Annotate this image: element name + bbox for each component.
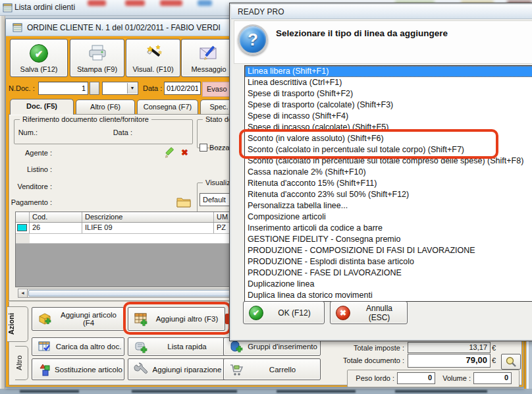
background-bottom-strip bbox=[0, 389, 532, 394]
list-item[interactable]: Cassa nazionale 2% (Shift+F10) bbox=[245, 167, 532, 178]
grid-check-icon bbox=[38, 339, 52, 354]
ndoc-input[interactable] bbox=[38, 82, 88, 95]
peso-label: Peso lordo : bbox=[351, 374, 394, 382]
outer-window-left-border bbox=[0, 16, 5, 394]
agente-label: Agente : bbox=[6, 149, 52, 157]
vtab-azioni[interactable]: Azioni bbox=[7, 306, 28, 342]
folder-icon[interactable] bbox=[176, 194, 192, 210]
list-item[interactable]: Spese di incasso (Shift+F4) bbox=[245, 111, 532, 122]
replace-article-button[interactable]: Sostituzione articolo bbox=[32, 358, 124, 380]
date-input[interactable] bbox=[164, 82, 201, 95]
magnifier-icon bbox=[505, 356, 517, 368]
venditore-label: Venditore : bbox=[6, 183, 52, 190]
dialog-title: READY PRO bbox=[238, 7, 284, 16]
background-blur-icon bbox=[88, 0, 106, 6]
imposte-field: 13,17 bbox=[408, 342, 491, 353]
list-item[interactable]: GESTIONE FIDELITY - Consegna premio bbox=[245, 234, 532, 245]
printer-icon bbox=[70, 43, 124, 63]
highlight-add-other bbox=[123, 302, 231, 335]
cube-plus-icon bbox=[38, 312, 52, 326]
list-item[interactable]: Spese di trasporto (calcolate) (Shift+F3… bbox=[245, 99, 532, 111]
bozza-label: Bozza bbox=[209, 144, 230, 152]
add-article-button[interactable]: Aggiungi articolo (F4 bbox=[32, 307, 124, 331]
list-item[interactable]: Composizione articoli bbox=[245, 211, 532, 223]
groups-plus-icon bbox=[229, 339, 244, 354]
line-type-listbox[interactable]: Linea libera (Shift+F1) Linea descrittiv… bbox=[244, 65, 532, 302]
highlight-sconto-items bbox=[239, 129, 498, 159]
ok-button[interactable]: ✔ OK (F12) bbox=[243, 301, 325, 324]
ready-pro-dialog: READY PRO ? Selezionare il tipo di linea… bbox=[229, 3, 532, 341]
volume-label: Volume : bbox=[439, 374, 471, 382]
envelope-pen-icon bbox=[182, 43, 236, 63]
dialog-titlebar: READY PRO bbox=[231, 5, 532, 19]
list-item[interactable]: PRODUZIONE - Esplodi distinta base artic… bbox=[245, 256, 532, 267]
scroll-plus-icon bbox=[134, 339, 148, 354]
scrollbar-thumb[interactable] bbox=[28, 290, 233, 296]
background-blur-icon bbox=[160, 0, 182, 6]
cancel-button[interactable]: ✖ Annulla (ESC) bbox=[330, 301, 408, 324]
question-icon: ? bbox=[238, 24, 268, 55]
listino-label: Listino : bbox=[6, 165, 52, 173]
line-color-swatch bbox=[17, 224, 27, 231]
col-descrizione[interactable]: Descrizione bbox=[82, 212, 214, 222]
order-window-icon bbox=[13, 22, 23, 33]
table-hscrollbar[interactable]: ◄ bbox=[18, 289, 235, 298]
list-item[interactable]: Personalizza tabella linee... bbox=[245, 200, 532, 211]
documento-currency: € bbox=[492, 356, 496, 364]
add-repair-button[interactable]: Aggiungi riparazione bbox=[128, 358, 225, 380]
bozza-checkbox[interactable] bbox=[200, 144, 207, 152]
background-blur-icon bbox=[198, 0, 212, 6]
visual-button[interactable]: Visual. (F10) bbox=[126, 39, 180, 77]
order-window-title: ORDINE CLIENTE N. 1 del 01/02/2011 - FAB… bbox=[27, 23, 221, 32]
volume-field[interactable]: 0 bbox=[473, 372, 512, 384]
documento-label: Totale documento : bbox=[302, 356, 404, 364]
list-item[interactable]: Ritenuta d'acconto 23% sul 50% (Shift+F1… bbox=[245, 189, 532, 200]
print-button[interactable]: Stampa (F9) bbox=[70, 39, 124, 77]
tab-doc[interactable]: Doc. (F5) bbox=[10, 99, 74, 115]
ok-check-icon: ✔ bbox=[249, 306, 263, 320]
pagamento-label: Pagamento : bbox=[6, 198, 52, 206]
load-other-doc-button[interactable]: Carica da altro doc. bbox=[32, 337, 124, 356]
list-item[interactable]: Ritenuta d'acconto 15% (Shift+F11) bbox=[245, 178, 532, 189]
riferimento-legend: Riferimento documento cliente/fornitore bbox=[20, 115, 151, 123]
clear-agente-icon[interactable]: ✖ bbox=[181, 148, 188, 157]
save-button[interactable]: ✔ Salva (F12) bbox=[10, 39, 68, 77]
ndoc-label: N.Doc. : bbox=[9, 84, 35, 92]
list-item[interactable]: Linea libera (Shift+F1) bbox=[245, 66, 532, 77]
cart-icon bbox=[229, 362, 244, 377]
tab-altro[interactable]: Altro (F6) bbox=[76, 99, 135, 114]
quick-list-button[interactable]: Lista rapida bbox=[128, 337, 225, 356]
list-item[interactable]: Inserimento articoli da codice a barre bbox=[245, 223, 532, 234]
wrench-icon bbox=[134, 362, 148, 377]
bozza-checkbox-row[interactable]: Bozza bbox=[200, 144, 230, 152]
magic-wand-icon bbox=[126, 43, 180, 63]
list-item[interactable]: Linea descrittiva (Ctrl+F1) bbox=[245, 77, 532, 88]
rif-data-label: Data : bbox=[111, 128, 132, 136]
cancel-x-icon: ✖ bbox=[336, 306, 350, 320]
ndoc-series-combo[interactable]: ▼ bbox=[102, 82, 138, 95]
outer-window-right-border bbox=[523, 341, 532, 394]
list-item[interactable]: Duplicazione linea bbox=[245, 279, 532, 290]
background-blur-icon bbox=[125, 0, 145, 6]
list-item[interactable]: PRODUZIONE - COMPOSIZIONE DI FASI DI LAV… bbox=[245, 245, 532, 256]
imposte-currency: € bbox=[492, 344, 496, 352]
peso-field[interactable]: 0 bbox=[397, 372, 435, 384]
ndoc-small-button[interactable] bbox=[90, 82, 99, 95]
magnifier-button[interactable] bbox=[501, 354, 521, 370]
riferimento-group: Riferimento documento cliente/fornitore bbox=[14, 119, 193, 144]
replace-cubes-icon bbox=[38, 362, 52, 377]
col-cod[interactable]: Cod. bbox=[30, 212, 82, 222]
vtab-altro[interactable]: Altro bbox=[15, 346, 28, 380]
num-label: Num.: bbox=[15, 128, 38, 136]
list-item[interactable]: Spese di trasporto (Shift+F2) bbox=[245, 88, 532, 99]
message-button[interactable]: Messaggio bbox=[181, 39, 236, 77]
edit-pencil-icon[interactable] bbox=[164, 147, 176, 160]
save-check-icon: ✔ bbox=[11, 43, 67, 63]
date-label: Data : bbox=[143, 84, 162, 92]
dialog-heading: Selezionare il tipo di linea da aggiunge… bbox=[276, 28, 448, 38]
list-item[interactable]: Duplica linea da storico movimenti bbox=[245, 290, 532, 301]
outer-window-title: Lista ordini clienti bbox=[14, 3, 75, 12]
scroll-left-icon[interactable]: ◄ bbox=[18, 289, 28, 297]
list-item[interactable]: PRODUZIONE - FASE DI LAVORAZIONE bbox=[245, 267, 532, 279]
tab-consegna[interactable]: Consegna (F7) bbox=[137, 99, 198, 114]
